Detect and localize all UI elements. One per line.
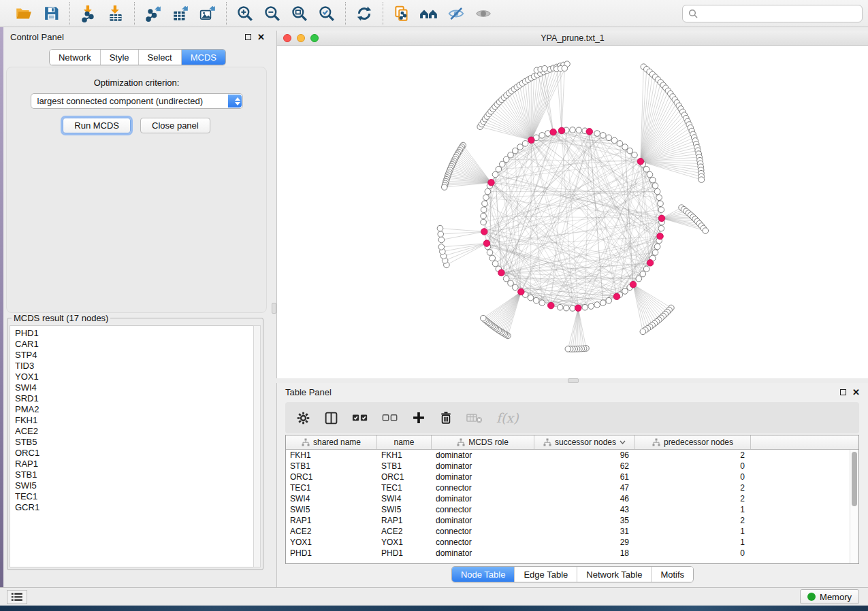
table-row[interactable]: PHD1PHD1dominator180 [286, 548, 850, 559]
cell-predecessor-nodes[interactable]: 0 [635, 472, 751, 482]
result-item[interactable]: TEC1 [15, 491, 253, 502]
zoom-selected-button[interactable] [313, 3, 340, 24]
result-scrollbar[interactable] [253, 325, 261, 567]
panel-chooser-button[interactable] [7, 590, 27, 604]
result-item[interactable]: STB1 [15, 469, 253, 480]
network-view[interactable] [276, 46, 868, 378]
table-row[interactable]: TEC1TEC1connector472 [286, 482, 850, 493]
clone-network-button[interactable] [388, 3, 415, 24]
result-item[interactable]: TID3 [15, 361, 253, 371]
open-button[interactable] [10, 3, 37, 24]
table-row[interactable]: STB1STB1dominator620 [286, 461, 850, 472]
result-item[interactable]: SWI4 [15, 382, 253, 393]
network-window-titlebar[interactable]: YPA_prune.txt_1 [276, 31, 868, 46]
cell-predecessor-nodes[interactable]: 0 [635, 548, 751, 559]
tab-edge-table[interactable]: Edge Table [514, 567, 577, 582]
cell-shared-name[interactable]: RAP1 [286, 515, 377, 526]
result-item[interactable]: CAR1 [15, 339, 253, 350]
column-header-predecessor-nodes[interactable]: predecessor nodes [635, 435, 751, 449]
mcds-result-list[interactable]: PHD1CAR1STP4TID3YOX1SWI4SRD1PMA2FKH1ACE2… [10, 325, 253, 567]
cell-mcds-role[interactable]: dominator [432, 461, 534, 472]
cell-shared-name[interactable]: SWI4 [286, 493, 377, 504]
result-item[interactable]: PHD1 [15, 328, 253, 339]
cell-mcds-role[interactable]: connector [432, 504, 534, 515]
zoom-out-button[interactable] [259, 3, 286, 24]
cell-shared-name[interactable]: FKH1 [286, 450, 377, 461]
column-header-shared-name[interactable]: shared name [286, 435, 377, 449]
cell-successor-nodes[interactable]: 29 [534, 537, 635, 548]
cell-predecessor-nodes[interactable]: 1 [635, 526, 751, 537]
cell-shared-name[interactable]: TEC1 [286, 482, 377, 493]
import-network-button[interactable] [75, 3, 102, 24]
table-scrollbar[interactable] [850, 450, 858, 563]
export-image-button[interactable] [194, 3, 221, 24]
table-row[interactable]: RAP1RAP1dominator352 [286, 515, 850, 526]
result-item[interactable]: STB5 [15, 437, 253, 448]
result-item[interactable]: GCR1 [15, 502, 253, 513]
column-header-name[interactable]: name [377, 435, 432, 449]
cell-predecessor-nodes[interactable]: 1 [635, 504, 751, 515]
column-header-successor-nodes[interactable]: successor nodes [534, 435, 635, 449]
result-item[interactable]: FKH1 [15, 415, 253, 426]
cell-predecessor-nodes[interactable]: 0 [635, 461, 751, 472]
cell-name[interactable]: PHD1 [377, 548, 432, 559]
criterion-select[interactable]: largest connected component (undirected) [31, 93, 243, 109]
cell-successor-nodes[interactable]: 46 [534, 493, 635, 504]
result-item[interactable]: RAP1 [15, 459, 253, 469]
cell-successor-nodes[interactable]: 47 [534, 482, 635, 493]
float-panel-icon[interactable] [245, 34, 251, 40]
deselect-all-button[interactable] [382, 408, 398, 428]
tab-select[interactable]: Select [138, 50, 181, 65]
cell-name[interactable]: FKH1 [377, 450, 432, 461]
run-mcds-button[interactable]: Run MCDS [63, 118, 131, 133]
memory-button[interactable]: Memory [800, 589, 859, 604]
split-view-button[interactable] [324, 408, 338, 428]
delete-column-button[interactable] [439, 408, 453, 428]
cell-mcds-role[interactable]: dominator [432, 472, 534, 482]
cell-shared-name[interactable]: STB1 [286, 461, 377, 472]
result-item[interactable]: ACE2 [15, 426, 253, 437]
cell-predecessor-nodes[interactable]: 2 [635, 515, 751, 526]
cell-successor-nodes[interactable]: 31 [534, 526, 635, 537]
cell-name[interactable]: SWI5 [377, 504, 432, 515]
cell-mcds-role[interactable]: connector [432, 526, 534, 537]
cell-predecessor-nodes[interactable]: 2 [635, 493, 751, 504]
tab-style[interactable]: Style [100, 50, 138, 65]
export-table-button[interactable] [167, 3, 194, 24]
cell-successor-nodes[interactable]: 61 [534, 472, 635, 482]
scrollbar-thumb[interactable] [852, 452, 857, 506]
import-table-button[interactable] [102, 3, 129, 24]
cell-name[interactable]: YOX1 [377, 537, 432, 548]
cell-shared-name[interactable]: PHD1 [286, 548, 377, 559]
vertical-splitter[interactable] [272, 27, 276, 587]
close-panel-button[interactable]: Close panel [140, 118, 210, 133]
show-panels-button[interactable] [470, 3, 497, 24]
table-row[interactable]: SWI4SWI4dominator462 [286, 493, 850, 504]
cell-predecessor-nodes[interactable]: 2 [635, 482, 751, 493]
splitter-grip[interactable] [272, 303, 276, 314]
cell-mcds-role[interactable]: dominator [432, 450, 534, 461]
close-panel-icon[interactable]: ✕ [852, 388, 860, 397]
cell-name[interactable]: ORC1 [377, 472, 432, 482]
cell-successor-nodes[interactable]: 18 [534, 548, 635, 559]
cell-mcds-role[interactable]: dominator [432, 493, 534, 504]
cell-predecessor-nodes[interactable]: 1 [635, 537, 751, 548]
search-input[interactable] [702, 8, 856, 18]
gear-button[interactable] [296, 408, 310, 428]
result-item[interactable]: ORC1 [15, 448, 253, 459]
cell-mcds-role[interactable]: connector [432, 482, 534, 493]
network-graph[interactable] [277, 46, 867, 378]
zoom-fit-button[interactable] [286, 3, 313, 24]
splitter-grip[interactable] [568, 378, 579, 383]
cell-shared-name[interactable]: ORC1 [286, 472, 377, 482]
cell-shared-name[interactable]: YOX1 [286, 537, 377, 548]
refresh-button[interactable] [351, 3, 378, 24]
tab-node-table[interactable]: Node Table [452, 567, 515, 582]
cell-name[interactable]: STB1 [377, 461, 432, 472]
table-row[interactable]: ORC1ORC1dominator610 [286, 472, 850, 482]
zoom-in-button[interactable] [231, 3, 259, 24]
result-item[interactable]: SWI5 [15, 480, 253, 491]
tab-network[interactable]: Network [50, 50, 100, 65]
save-button[interactable] [37, 3, 65, 24]
cell-name[interactable]: ACE2 [377, 526, 432, 537]
